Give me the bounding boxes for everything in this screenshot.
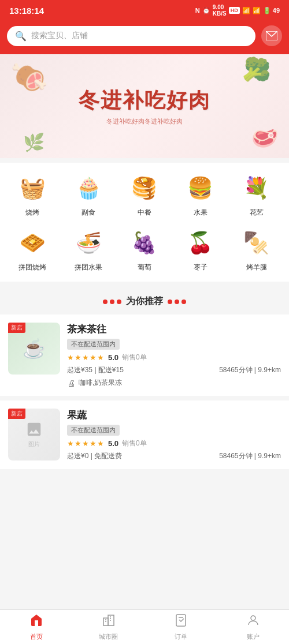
category-grape[interactable]: 🍇 葡萄 (117, 227, 173, 272)
store-fees-tea: 起送¥35 | 配送¥15 58465分钟 | 9.9+km (67, 365, 281, 375)
search-bar[interactable]: 🔍 搜索宝贝、店铺 (7, 26, 255, 46)
category-group-bbq[interactable]: 🧇 拼团烧烤 (5, 227, 61, 272)
store-card-veg[interactable]: 图片 新店 果蔬 不在配送范围内 ★★★★★ 5.0 销售0单 起送¥0 | 免… (0, 400, 289, 469)
categories-grid: 🧺 烧烤 🧁 副食 🥞 中餐 🍔 水果 💐 花艺 🧇 拼团烧烤 (5, 172, 284, 272)
side-icon: 🧁 (72, 172, 105, 204)
category-lamb[interactable]: 🍢 烤羊腿 (228, 227, 284, 272)
recommend-header: 为你推荐 (0, 286, 289, 314)
fees-right-tea: 58465分钟 | 9.9+km (219, 365, 281, 375)
store-name-tea: 茶来茶往 (67, 323, 281, 336)
nav-home[interactable]: 首页 (0, 610, 72, 644)
svg-point-10 (251, 616, 255, 620)
lamb-icon: 🍢 (240, 227, 273, 259)
category-label-flower: 花艺 (250, 208, 264, 218)
jujube-icon: 🍒 (184, 227, 217, 259)
categories-section: 🧺 烧烤 🧁 副食 🥞 中餐 🍔 水果 💐 花艺 🧇 拼团烧烤 (0, 163, 289, 282)
chinese-icon: 🥞 (128, 172, 161, 204)
category-label-jujube: 枣子 (194, 263, 208, 272)
store-fees-veg: 起送¥0 | 免配送费 58465分钟 | 9.9+km (67, 451, 281, 461)
category-side[interactable]: 🧁 副食 (61, 172, 117, 218)
nav-account[interactable]: 账户 (217, 610, 289, 644)
store-tags-tea: 🖨 咖啡,奶茶果冻 (67, 378, 281, 388)
store-image-wrapper-veg: 图片 新店 (8, 409, 60, 461)
nav-account-label: 账户 (247, 632, 260, 641)
status-icons: N ⏰ 9.00KB/S HD 📶 📶 🔋 49 (195, 4, 280, 17)
image-placeholder-veg: 图片 (25, 421, 43, 448)
banner-subtitle: 冬进补吃好肉冬进补吃好肉 (79, 117, 210, 126)
account-icon (246, 613, 260, 631)
category-label-grape: 葡萄 (138, 263, 151, 272)
sales-tea: 销售0单 (122, 353, 147, 362)
category-label-lamb: 烤羊腿 (246, 263, 267, 272)
category-bbq[interactable]: 🧺 烧烤 (5, 172, 61, 218)
svg-rect-8 (176, 615, 186, 626)
nav-orders-label: 订单 (175, 632, 187, 641)
flower-icon: 💐 (240, 172, 273, 204)
city-icon (102, 613, 116, 631)
nav-city[interactable]: 城市圈 (72, 610, 144, 644)
store-name-veg: 果蔬 (67, 409, 281, 422)
banner-deco-3: 🌿 (23, 132, 45, 152)
new-badge-veg: 新店 (8, 409, 25, 419)
search-icon: 🔍 (15, 31, 27, 42)
left-dots (103, 299, 121, 304)
banner-deco-4: 🥩 (249, 122, 280, 153)
category-jujube[interactable]: 🍒 枣子 (172, 227, 228, 272)
dot-1 (103, 299, 108, 304)
store-info-veg: 果蔬 不在配送范围内 ★★★★★ 5.0 销售0单 起送¥0 | 免配送费 58… (67, 409, 281, 461)
banner-title: 冬进补吃好肉 (79, 87, 210, 115)
orders-icon (174, 613, 188, 631)
store-rating-veg: ★★★★★ 5.0 销售0单 (67, 439, 281, 448)
store-info-tea: 茶来茶往 不在配送范围内 ★★★★★ 5.0 销售0单 起送¥35 | 配送¥1… (67, 323, 281, 388)
dot-6 (181, 299, 186, 304)
new-badge-tea: 新店 (8, 323, 25, 333)
fees-left-tea: 起送¥35 | 配送¥15 (67, 365, 124, 375)
banner-deco-1: 🍖 (8, 56, 51, 98)
category-label-group-fruit: 拼团水果 (75, 263, 102, 272)
main-content: 🍖 🥦 🌿 🥩 冬进补吃好肉 冬进补吃好肉冬进补吃好肉 🧺 烧烤 🧁 副食 🥞 … (0, 54, 289, 514)
group-bbq-icon: 🧇 (16, 227, 49, 259)
fruit-icon: 🍔 (184, 172, 217, 204)
stars-tea: ★★★★★ (67, 353, 105, 362)
category-label-group-bbq: 拼团烧烤 (18, 263, 46, 272)
category-fruit[interactable]: 🍔 水果 (172, 172, 228, 218)
stars-veg: ★★★★★ (67, 439, 105, 448)
bottom-nav: 首页 城市圈 订单 (0, 609, 289, 644)
category-group-fruit[interactable]: 🍜 拼团水果 (61, 227, 117, 272)
category-chinese[interactable]: 🥞 中餐 (117, 172, 173, 218)
banner-content: 冬进补吃好肉 冬进补吃好肉冬进补吃好肉 (79, 87, 210, 126)
status-time: 13:18:14 (9, 6, 44, 16)
dot-5 (175, 299, 179, 304)
store-card-tea[interactable]: ☕ 新店 茶来茶往 不在配送范围内 ★★★★★ 5.0 销售0单 起送¥35 |… (0, 314, 289, 396)
category-label-fruit: 水果 (194, 208, 208, 218)
rating-value-veg: 5.0 (108, 439, 118, 448)
banner-deco-2: 🥦 (240, 55, 273, 87)
delivery-status-veg: 不在配送范围内 (67, 425, 120, 436)
header: 🔍 搜索宝贝、店铺 (0, 21, 289, 54)
bbq-icon: 🧺 (16, 172, 49, 204)
category-label-chinese: 中餐 (138, 208, 151, 218)
nav-home-label: 首页 (30, 632, 43, 641)
category-flower[interactable]: 💐 花艺 (228, 172, 284, 218)
home-icon (29, 613, 43, 631)
status-bar: 13:18:14 N ⏰ 9.00KB/S HD 📶 📶 🔋 49 (0, 0, 289, 21)
store-rating-tea: ★★★★★ 5.0 销售0单 (67, 353, 281, 362)
recommend-title: 为你推荐 (126, 295, 163, 308)
tag-icon-tea: 🖨 (67, 379, 75, 388)
store-image-wrapper-tea: ☕ 新店 (8, 323, 60, 388)
delivery-status-tea: 不在配送范围内 (67, 339, 120, 350)
banner[interactable]: 🍖 🥦 🌿 🥩 冬进补吃好肉 冬进补吃好肉冬进补吃好肉 (0, 54, 289, 158)
fees-right-veg: 58465分钟 | 9.9+km (219, 451, 281, 461)
fees-left-veg: 起送¥0 | 免配送费 (67, 451, 122, 461)
category-label-side: 副食 (81, 208, 95, 218)
grape-icon: 🍇 (128, 227, 161, 259)
mail-button[interactable] (261, 25, 282, 46)
group-fruit-icon: 🍜 (72, 227, 105, 259)
nav-city-label: 城市圈 (99, 632, 118, 641)
right-dots (168, 299, 186, 304)
nav-orders[interactable]: 订单 (144, 610, 217, 644)
dot-2 (110, 299, 114, 304)
dot-4 (168, 299, 172, 304)
category-label-bbq: 烧烤 (25, 208, 39, 218)
search-placeholder: 搜索宝贝、店铺 (31, 31, 88, 41)
